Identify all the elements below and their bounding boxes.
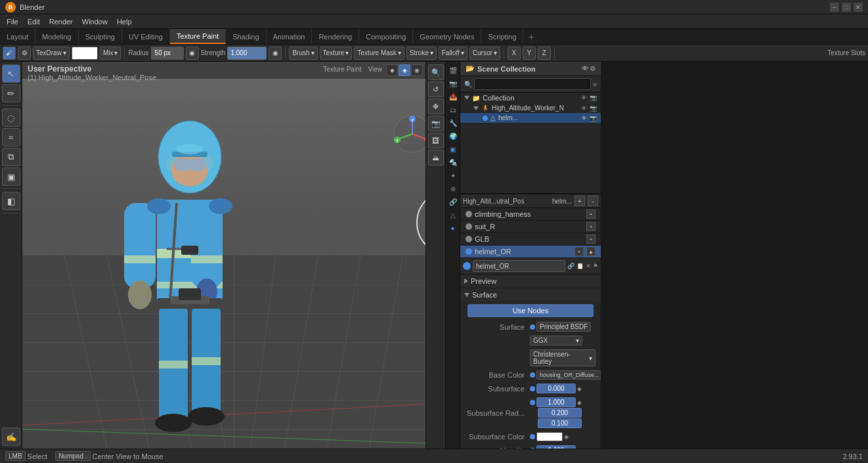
base-color-value[interactable]: housing_OR_Diffuse... [536,370,601,380]
props-scene-props-icon[interactable]: 🔧 [447,117,459,129]
props-output-icon[interactable]: 📤 [447,91,459,102]
props-scene-icon[interactable]: 🎬 [447,64,459,76]
outliner-sort-icon[interactable]: ≡ [593,81,597,88]
tab-rendering[interactable]: Rendering [312,29,359,44]
sym-z-btn[interactable]: Z [538,47,551,60]
tool-icon[interactable]: ⚙ [18,47,31,60]
vp-pan-btn[interactable]: ✥ [428,99,444,114]
principled-bsdf-value[interactable]: Principled BSDF [536,322,591,332]
tab-texture-paint[interactable]: Texture Paint [170,29,226,44]
surface-header[interactable]: Surface [460,288,601,301]
cursor-dropdown[interactable]: Cursor▾ [469,47,500,60]
preview-header[interactable]: Preview [460,275,601,288]
mat-item-glb[interactable]: GLB + [460,233,601,246]
props-view-layer-icon[interactable]: 🗂 [447,104,459,116]
mat-item-suit[interactable]: suit_R + [460,221,601,233]
tool-mask[interactable]: ◧ [2,192,20,210]
props-material-icon[interactable]: ● [447,222,459,234]
sym-x-btn[interactable]: X [508,47,521,60]
mat-item-helmet[interactable]: helmet_OR + ▲ [460,246,601,258]
subsurface-value[interactable]: 0.000 [536,384,576,393]
menu-render[interactable]: Render [45,16,77,27]
menu-help[interactable]: Help [113,16,136,27]
tool-annotate[interactable]: ✍ [2,428,20,446]
mat-4-add-btn[interactable]: + [575,247,584,256]
tool-clone[interactable]: ⧉ [2,148,20,166]
mat-1-add-btn[interactable]: + [586,209,596,219]
strength-field[interactable]: 1.000 [227,47,267,60]
solid-shading-btn[interactable]: ◆ [386,64,398,76]
add-material-slot-button[interactable]: + [575,196,585,206]
sub-rad-value2[interactable]: 0.200 [538,408,582,418]
brush-dropdown[interactable]: TexDraw ▾ [33,47,70,60]
menu-file[interactable]: File [3,16,22,27]
tab-shading[interactable]: Shading [226,29,266,44]
mat-2-add-btn[interactable]: + [586,222,596,231]
mat-fake-user-icon[interactable]: ⚑ [593,263,598,269]
blend-mode-dropdown[interactable]: Mix ▾ [100,47,121,60]
outliner-restrict-icon[interactable]: 👁 [582,65,588,72]
mat-item-climbing-harness[interactable]: climbing_harness + [460,208,601,221]
minimize-button[interactable]: ─ [830,3,839,12]
tool-soften[interactable]: ◌ [2,108,20,127]
collection-vis-icon[interactable]: 👁 [581,95,587,101]
viewport-view-label[interactable]: View [366,64,385,76]
tab-scripting[interactable]: Scripting [481,29,523,44]
props-data-icon[interactable]: △ [447,209,459,221]
outliner-search-input[interactable] [474,78,591,90]
outliner-object[interactable]: 🧍 High_Altitude_Worker_N 👁 📷 [460,103,601,113]
collection-render-icon[interactable]: 📷 [590,95,597,101]
brush-dropdown-2[interactable]: Brush▾ [289,47,317,60]
obj-vis-icon[interactable]: 👁 [581,105,587,112]
stroke-dropdown[interactable]: Stroke▾ [406,47,437,60]
sym-y-btn[interactable]: Y [523,47,536,60]
outliner-filter-icon[interactable]: ⚙ [590,65,596,72]
menu-edit[interactable]: Edit [24,16,44,27]
material-name-input[interactable] [473,260,565,272]
outliner-subobject[interactable]: △ helm... 👁 📷 [460,113,601,123]
falloff-dropdown[interactable]: Falloff▾ [439,47,467,60]
tool-draw[interactable]: ✏ [2,84,20,102]
subobj-render-icon[interactable]: 📷 [590,115,597,121]
close-button[interactable]: ✕ [854,3,863,12]
props-physics-icon[interactable]: ⊛ [447,183,459,194]
subobj-vis-icon[interactable]: 👁 [581,115,587,121]
tab-sculpting[interactable]: Sculpting [79,29,122,44]
props-object-icon[interactable]: ▣ [447,143,459,155]
vp-render-btn[interactable]: 🖼 [428,133,444,148]
color-picker-field[interactable] [72,47,98,60]
tool-cursor[interactable]: ↖ [2,64,20,83]
tab-compositing[interactable]: Compositing [359,29,413,44]
props-particles-icon[interactable]: ✦ [447,169,459,181]
outliner-collection[interactable]: 📁 Collection 👁 📷 [460,93,601,103]
rendered-shading-btn[interactable]: ◉ [411,64,423,76]
props-render-icon[interactable]: 📷 [447,77,459,89]
strength-icon[interactable]: ◉ [269,47,282,60]
tab-animation[interactable]: Animation [267,29,313,44]
texture-dropdown[interactable]: Texture▾ [320,47,353,60]
vp-scene-btn[interactable]: ⛰ [428,150,444,165]
tab-layout[interactable]: Layout [0,29,35,44]
mat-list-scroll-up[interactable]: ▲ [586,247,596,256]
add-workspace-button[interactable]: + [523,30,539,44]
tab-modeling[interactable]: Modeling [35,29,79,44]
menu-window[interactable]: Window [78,16,112,27]
tool-smear[interactable]: ≈ [2,128,20,146]
texture-shading-btn[interactable]: ◈ [399,64,410,76]
subsurface-method-dropdown[interactable]: Christensen-Burley ▾ [530,349,596,366]
viewport[interactable]: Z X Y User Perspective (1) High_Altitude… [22,62,445,449]
props-modifier-icon[interactable]: 🔩 [447,156,459,168]
mat-delete-icon[interactable]: ✕ [586,263,591,269]
mat-copy-icon[interactable]: 📋 [576,263,584,269]
tab-uv-editing[interactable]: UV Editing [122,29,170,44]
radius-icon[interactable]: ◉ [186,47,199,60]
texture-mask-dropdown[interactable]: Texture Mask▾ [354,47,404,60]
remove-material-slot-button[interactable]: - [588,196,598,206]
tab-geometry-nodes[interactable]: Geometry Nodes [413,29,481,44]
mat-browse-icon[interactable]: 🔗 [567,263,575,269]
tool-fill[interactable]: ▣ [2,167,20,186]
viewport-submode-label[interactable]: Texture Paint [320,64,364,76]
subsurface-color-picker[interactable] [536,432,563,441]
maximize-button[interactable]: □ [842,3,851,12]
mat-3-add-btn[interactable]: + [586,234,596,244]
